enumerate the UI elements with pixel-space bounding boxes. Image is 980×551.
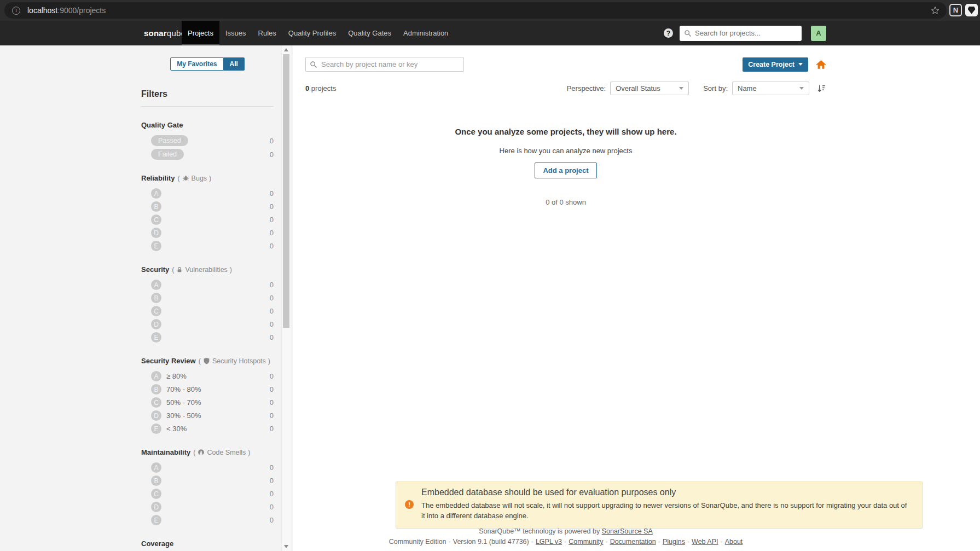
add-project-button[interactable]: Add a project: [535, 163, 596, 178]
filter-rating-row[interactable]: D 0: [151, 319, 274, 329]
content-row: My Favorites All Filters Quality Gate Pa…: [0, 45, 980, 551]
sort-direction-button[interactable]: [817, 84, 826, 93]
filter-rating-row[interactable]: A 0: [151, 280, 274, 290]
filter-rating-row[interactable]: A ≥ 80% 0: [151, 371, 274, 381]
filter-row-failed[interactable]: Failed 0: [151, 149, 274, 160]
scrollbar-down-arrow[interactable]: [284, 545, 288, 548]
filter-row-count: 0: [270, 372, 274, 380]
profile-blob: [968, 7, 976, 14]
filter-row-count: 0: [270, 411, 274, 420]
footer-link-community[interactable]: Community: [569, 538, 603, 546]
filter-row-count: 0: [270, 333, 274, 341]
all-button[interactable]: All: [224, 57, 245, 71]
rating-badge: D: [151, 502, 161, 512]
rating-badge: B: [151, 201, 161, 212]
footer-link-documentation[interactable]: Documentation: [610, 538, 656, 546]
my-favorites-button[interactable]: My Favorites: [170, 57, 223, 71]
chevron-down-icon: [679, 87, 683, 90]
filter-section-maintainability: Maintainability ( Code Smells ) A 0: [141, 448, 274, 525]
scrollbar-up-arrow[interactable]: [284, 48, 288, 51]
projects-toolbar: Create Project: [305, 57, 826, 72]
filter-row-count: 0: [270, 189, 274, 198]
projects-subheader: 0 projects Perspective: Overall Status S…: [305, 82, 826, 95]
warning-body: The embedded database will not scale, it…: [421, 501, 912, 521]
filters-title: Filters: [141, 89, 274, 99]
footer-link-about[interactable]: About: [725, 538, 743, 546]
nav-item-projects[interactable]: Projects: [182, 21, 219, 45]
nav-item-quality-gates[interactable]: Quality Gates: [342, 21, 397, 45]
project-search-input[interactable]: [305, 57, 464, 72]
rating-badge: E: [151, 241, 161, 251]
create-project-button[interactable]: Create Project: [743, 57, 808, 72]
filter-rating-row[interactable]: C 0: [151, 489, 274, 499]
filter-rating-row[interactable]: C 0: [151, 306, 274, 316]
filter-section-security: Security ( Vulnerabilities ) A 0: [141, 265, 274, 343]
sort-select[interactable]: Name: [732, 82, 809, 95]
page-url: localhost:9000/projects: [27, 6, 106, 15]
filter-rating-row[interactable]: B 0: [151, 475, 274, 486]
nav-item-quality-profiles[interactable]: Quality Profiles: [282, 21, 342, 45]
bug-icon: [182, 175, 189, 182]
projects-count-number: 0: [305, 84, 309, 92]
filter-section-quality-gate: Quality Gate Passed 0 Failed 0: [141, 121, 274, 160]
sonarsource-link[interactable]: SonarSource SA: [602, 527, 653, 535]
filter-rating-row[interactable]: D 0: [151, 228, 274, 238]
rating-badge: D: [151, 410, 161, 421]
footer-links-line: Community Edition-Version 9.1 (build 477…: [305, 537, 826, 547]
filter-rating-row[interactable]: B 70% - 80% 0: [151, 384, 274, 395]
scrollbar-thumb[interactable]: [283, 54, 289, 328]
address-bar[interactable]: i localhost:9000/projects: [4, 2, 947, 19]
browser-profile-icon[interactable]: [965, 4, 978, 16]
filters-sidebar: My Favorites All Filters Quality Gate Pa…: [0, 45, 293, 551]
browser-extension-icon[interactable]: N: [949, 4, 962, 16]
filter-rating-row[interactable]: C 0: [151, 214, 274, 225]
search-icon: [310, 61, 317, 68]
filter-rating-row[interactable]: A 0: [151, 462, 274, 473]
footer-link-lgpl[interactable]: LGPL v3: [536, 538, 562, 546]
embedded-db-warning: ! Embedded database should be used for e…: [396, 482, 923, 529]
filter-row-count: 0: [270, 385, 274, 393]
filter-row-count: 0: [270, 281, 274, 289]
global-search-input[interactable]: [680, 26, 802, 41]
nav-item-rules[interactable]: Rules: [252, 21, 282, 45]
favorites-toggle: My Favorites All: [141, 57, 274, 71]
home-button[interactable]: [816, 60, 826, 69]
filter-row-count: 0: [270, 242, 274, 250]
filter-row-count: 0: [270, 150, 274, 159]
footer-link-plugins[interactable]: Plugins: [663, 538, 685, 546]
separator: -: [531, 538, 534, 546]
footer-link-webapi[interactable]: Web API: [692, 538, 718, 546]
filter-row-label: < 30%: [166, 425, 187, 433]
page-info-icon[interactable]: i: [12, 7, 20, 15]
nav-item-administration[interactable]: Administration: [397, 21, 454, 45]
filter-rating-row[interactable]: B 0: [151, 293, 274, 303]
filter-rating-row[interactable]: B 0: [151, 201, 274, 212]
filter-row-count: 0: [270, 425, 274, 433]
perspective-value: Overall Status: [616, 84, 660, 92]
filter-rating-row[interactable]: D 30% - 50% 0: [151, 410, 274, 421]
empty-state-title: Once you analyze some projects, they wil…: [305, 127, 826, 136]
filter-row-count: 0: [270, 320, 274, 328]
filter-rating-row[interactable]: C 50% - 70% 0: [151, 397, 274, 408]
perspective-select[interactable]: Overall Status: [610, 82, 689, 95]
footer-powered-line: SonarQube™ technology is powered by Sona…: [305, 526, 826, 537]
section-title: Security Review ( Security Hotspots ): [141, 357, 274, 365]
filter-rating-row[interactable]: D 0: [151, 502, 274, 512]
help-icon[interactable]: ?: [664, 28, 673, 38]
empty-state-subtitle: Here is how you can analyze new projects: [305, 147, 826, 155]
filter-row-label: ≥ 80%: [166, 372, 187, 380]
app-header: sonarqube Projects Issues Rules Quality …: [0, 21, 980, 45]
rating-badge: A: [151, 462, 161, 473]
section-category: ( Bugs ): [177, 175, 211, 182]
filter-rating-row[interactable]: E 0: [151, 332, 274, 343]
sidebar-scrollbar[interactable]: [281, 45, 291, 551]
rating-badge: C: [151, 214, 161, 225]
filter-rating-row[interactable]: A 0: [151, 188, 274, 199]
filter-rating-row[interactable]: E 0: [151, 515, 274, 525]
user-avatar[interactable]: A: [811, 26, 826, 41]
filter-row-passed[interactable]: Passed 0: [151, 135, 274, 146]
filter-rating-row[interactable]: E 0: [151, 241, 274, 251]
bookmark-star-icon[interactable]: [930, 5, 940, 15]
nav-item-issues[interactable]: Issues: [219, 21, 252, 45]
filter-rating-row[interactable]: E < 30% 0: [151, 424, 274, 434]
